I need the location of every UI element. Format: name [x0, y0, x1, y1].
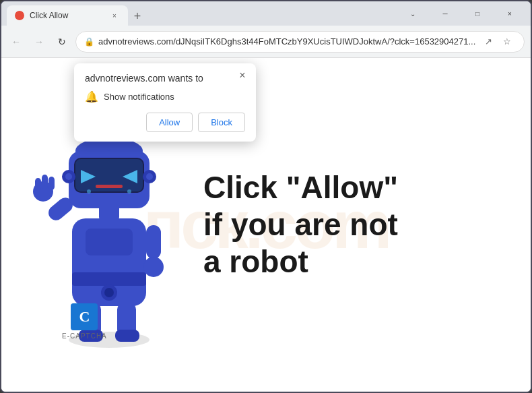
tab-close-button[interactable]: ×: [109, 10, 120, 21]
bookmark-button[interactable]: ☆: [498, 33, 516, 51]
refresh-button[interactable]: ↻: [53, 32, 71, 51]
svg-rect-3: [86, 229, 133, 255]
window-controls: ⌄ ─ □ ×: [397, 1, 525, 26]
share-button[interactable]: ↗: [479, 33, 497, 51]
minimize-window-button[interactable]: ─: [430, 1, 461, 26]
svg-rect-2: [72, 272, 146, 286]
url-actions: ↗ ☆: [479, 33, 516, 51]
svg-rect-15: [146, 225, 161, 259]
tab-title: Click Allow: [30, 11, 104, 20]
block-button[interactable]: Block: [198, 113, 245, 132]
page-text-line1: Click "Allow": [203, 169, 504, 206]
page-content: пcк.com: [1, 58, 531, 392]
svg-rect-13: [42, 175, 48, 189]
svg-rect-14: [48, 177, 55, 190]
svg-point-29: [127, 189, 131, 193]
svg-point-16: [143, 257, 164, 277]
browser-window: Click Allow × + ⌄ ─ □ × ← → ↻ 🔒 advnotre…: [0, 0, 532, 393]
popup-close-button[interactable]: ×: [236, 69, 249, 82]
ecaptcha-label: E-CAPTCHA: [62, 332, 107, 340]
ecaptcha-letter: C: [79, 308, 90, 326]
popup-notification-label: Show notifications: [104, 92, 174, 102]
popup-title: advnotreviews.com wants to: [85, 73, 245, 84]
address-bar: ← → ↻ 🔒 advnotreviews.com/dJNqsiITK6Dghs…: [1, 26, 531, 58]
active-tab[interactable]: Click Allow ×: [7, 5, 128, 26]
new-tab-button[interactable]: +: [128, 7, 147, 26]
svg-point-5: [104, 288, 114, 297]
forward-button[interactable]: →: [30, 32, 48, 51]
close-window-button[interactable]: ×: [494, 1, 525, 26]
back-button[interactable]: ←: [7, 32, 26, 51]
ecaptcha-logo: C: [71, 303, 98, 330]
page-text-line2: if you are not: [203, 206, 504, 243]
tab-area: Click Allow × +: [7, 1, 395, 26]
svg-point-31: [65, 173, 72, 180]
title-bar: Click Allow × + ⌄ ─ □ ×: [1, 1, 531, 26]
svg-rect-27: [96, 185, 123, 188]
svg-rect-12: [35, 178, 41, 191]
svg-point-28: [87, 189, 91, 193]
toolbar-actions: ▭ 👤 ⋮: [529, 33, 532, 51]
page-text-line3: a robot: [203, 243, 504, 280]
bell-icon: 🔔: [85, 90, 98, 103]
ecaptcha-logo-area: C E-CAPTCHA: [62, 303, 107, 340]
maximize-window-button[interactable]: □: [462, 1, 493, 26]
minimize-button[interactable]: ⌄: [397, 1, 428, 26]
allow-button[interactable]: Allow: [146, 113, 193, 132]
svg-rect-9: [115, 330, 139, 342]
lock-icon: 🔒: [84, 37, 94, 47]
popup-notification-row: 🔔 Show notifications: [85, 90, 245, 103]
popup-buttons: Allow Block: [85, 113, 245, 132]
sidebar-button[interactable]: ▭: [529, 33, 532, 51]
tab-favicon: [15, 11, 24, 20]
svg-point-33: [146, 173, 153, 180]
url-text: advnotreviews.com/dJNqsiITK6Dghs3t44FoMT…: [98, 36, 475, 47]
url-bar[interactable]: 🔒 advnotreviews.com/dJNqsiITK6Dghs3t44Fo…: [75, 31, 525, 53]
main-page-text: Click "Allow" if you are not a robot: [190, 169, 504, 281]
notification-popup: × advnotreviews.com wants to 🔔 Show noti…: [74, 63, 256, 142]
